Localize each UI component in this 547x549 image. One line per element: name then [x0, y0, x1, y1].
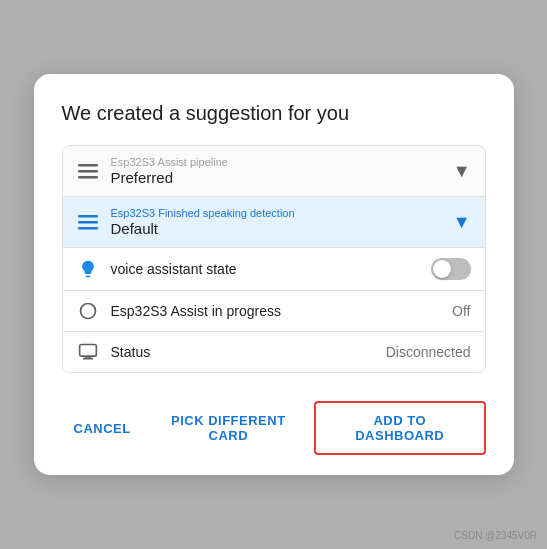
- pipeline-label: Esp32S3 Assist pipeline: [111, 156, 441, 168]
- svg-rect-2: [78, 176, 98, 179]
- svg-rect-1: [78, 170, 98, 173]
- svg-rect-0: [78, 164, 98, 167]
- suggestion-dialog: We created a suggestion for you Esp32S3 …: [34, 74, 514, 475]
- bulb-icon: [77, 259, 99, 279]
- status-value: Disconnected: [386, 344, 471, 360]
- status-row: Status Disconnected: [63, 332, 485, 372]
- status-label: Status: [111, 344, 374, 360]
- svg-rect-8: [84, 356, 91, 358]
- cancel-button[interactable]: CANCEL: [62, 411, 143, 446]
- lines-icon-2: [77, 214, 99, 230]
- svg-rect-5: [78, 227, 98, 230]
- svg-rect-9: [83, 358, 93, 360]
- speaking-detection-value: Default: [111, 220, 441, 237]
- svg-point-6: [80, 304, 95, 319]
- pipeline-dropdown-icon[interactable]: ▼: [453, 161, 471, 182]
- voice-assistant-row: voice assistant state: [63, 248, 485, 291]
- svg-rect-7: [79, 345, 96, 357]
- lines-icon-1: [77, 163, 99, 179]
- voice-assistant-toggle[interactable]: [431, 258, 471, 280]
- voice-assistant-label: voice assistant state: [111, 261, 419, 277]
- watermark: CSDN @2345V0R: [454, 530, 537, 541]
- svg-rect-3: [78, 215, 98, 218]
- action-buttons: CANCEL PICK DIFFERENT CARD ADD TO DASHBO…: [62, 393, 486, 455]
- pipeline-row[interactable]: Esp32S3 Assist pipeline Preferred ▼: [63, 146, 485, 197]
- dialog-title: We created a suggestion for you: [62, 102, 486, 125]
- pipeline-value: Preferred: [111, 169, 441, 186]
- pick-different-card-button[interactable]: PICK DIFFERENT CARD: [143, 403, 314, 453]
- pipeline-content: Esp32S3 Assist pipeline Preferred: [111, 156, 441, 186]
- speaking-detection-label: Esp32S3 Finished speaking detection: [111, 207, 441, 219]
- monitor-icon: [77, 342, 99, 362]
- assist-progress-label: Esp32S3 Assist in progress: [111, 303, 441, 319]
- add-to-dashboard-button[interactable]: ADD TO DASHBOARD: [314, 401, 486, 455]
- svg-rect-4: [78, 221, 98, 224]
- speaking-detection-content: Esp32S3 Finished speaking detection Defa…: [111, 207, 441, 237]
- assist-progress-value: Off: [452, 303, 470, 319]
- circle-icon: [77, 301, 99, 321]
- card-container: Esp32S3 Assist pipeline Preferred ▼ Esp3…: [62, 145, 486, 373]
- assist-progress-row: Esp32S3 Assist in progress Off: [63, 291, 485, 332]
- speaking-detection-row[interactable]: Esp32S3 Finished speaking detection Defa…: [63, 197, 485, 248]
- speaking-detection-dropdown-icon[interactable]: ▼: [453, 212, 471, 233]
